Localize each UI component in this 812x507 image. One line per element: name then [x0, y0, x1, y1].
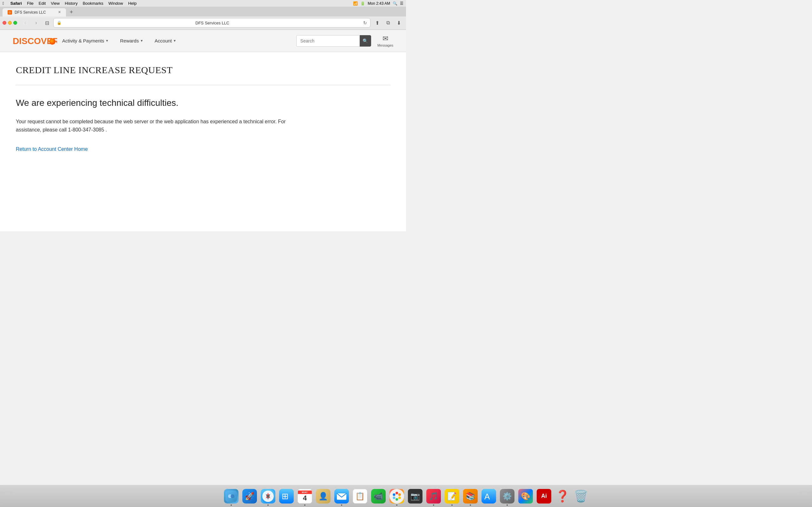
menu-bookmarks[interactable]: Bookmarks: [83, 1, 103, 6]
menubar-time: Mon 2:43 AM: [368, 1, 390, 6]
app-name[interactable]: Safari: [10, 1, 22, 6]
website-content: DISCOVER Activity & Payments ▼ Rewards ▼: [0, 30, 406, 231]
discover-logo-svg: DISCOVER: [13, 35, 57, 47]
sidebar-toggle-button[interactable]: ⊟: [43, 18, 51, 27]
search-input[interactable]: [296, 35, 360, 47]
menubar-search-icon[interactable]: 🔍: [393, 1, 397, 6]
address-bar[interactable]: 🔒 DFS Services LLC ↻: [53, 18, 370, 27]
menu-view[interactable]: View: [51, 1, 60, 6]
messages-label: Messages: [377, 43, 393, 47]
menubar-battery-icon[interactable]: 🔋: [360, 1, 365, 6]
menu-edit[interactable]: Edit: [39, 1, 46, 6]
return-home-link[interactable]: Return to Account Center Home: [16, 147, 88, 152]
maximize-button[interactable]: [13, 21, 17, 25]
menubar:  Safari File Edit View History Bookmark…: [0, 0, 406, 7]
forward-button[interactable]: ›: [32, 18, 41, 27]
menu-file[interactable]: File: [27, 1, 34, 6]
close-button[interactable]: [3, 21, 6, 25]
activity-payments-nav[interactable]: Activity & Payments ▼: [57, 36, 113, 46]
section-divider: [16, 85, 390, 85]
search-submit-button[interactable]: 🔍: [360, 35, 371, 47]
browser-chrome: D DFS Services LLC ✕ + ‹ › ⊟ 🔒 DFS Servi…: [0, 7, 406, 30]
activity-payments-label: Activity & Payments: [62, 38, 104, 43]
messages-nav[interactable]: ✉ Messages: [377, 35, 393, 47]
downloads-button[interactable]: ⬇: [394, 18, 403, 27]
tab-title: DFS Services LLC: [14, 10, 46, 14]
menubar-wifi-icon[interactable]: 📶: [353, 1, 358, 6]
nav-links: Activity & Payments ▼ Rewards ▼ Account …: [57, 36, 296, 46]
menu-help[interactable]: Help: [128, 1, 137, 6]
active-tab[interactable]: D DFS Services LLC ✕: [3, 8, 66, 16]
back-button[interactable]: ‹: [21, 18, 30, 27]
menu-window[interactable]: Window: [108, 1, 123, 6]
apple-menu[interactable]: : [3, 1, 4, 6]
page-title: CREDIT LINE INCREASE REQUEST: [16, 65, 390, 75]
minimize-button[interactable]: [8, 21, 12, 25]
main-content: CREDIT LINE INCREASE REQUEST We are expe…: [0, 52, 406, 165]
menubar-notification-icon[interactable]: ☰: [400, 1, 403, 6]
rewards-label: Rewards: [120, 38, 139, 43]
discover-logo[interactable]: DISCOVER: [13, 35, 57, 47]
new-tab-button[interactable]: +: [67, 8, 75, 16]
rewards-chevron-icon: ▼: [140, 39, 143, 43]
svg-point-1: [49, 38, 55, 45]
account-label: Account: [155, 38, 172, 43]
toolbar-actions: ⬆ ⧉ ⬇: [372, 18, 403, 27]
account-chevron-icon: ▼: [173, 39, 176, 43]
browser-toolbar: ‹ › ⊟ 🔒 DFS Services LLC ↻ ⬆ ⧉ ⬇: [0, 16, 406, 30]
discover-navbar: DISCOVER Activity & Payments ▼ Rewards ▼: [0, 30, 406, 52]
messages-icon: ✉: [383, 35, 388, 43]
error-heading: We are experiencing technical difficulti…: [16, 98, 390, 108]
rewards-nav[interactable]: Rewards ▼: [115, 36, 148, 46]
search-container: 🔍: [296, 35, 371, 47]
error-body-text: Your request cannot be completed because…: [16, 118, 301, 134]
tab-favicon: D: [8, 10, 12, 14]
account-nav[interactable]: Account ▼: [150, 36, 182, 46]
tab-close-button[interactable]: ✕: [58, 10, 61, 14]
url-text: DFS Services LLC: [63, 20, 361, 25]
activity-chevron-icon: ▼: [106, 39, 109, 43]
ssl-lock-icon: 🔒: [57, 20, 61, 25]
menu-history[interactable]: History: [65, 1, 78, 6]
traffic-lights: [3, 21, 17, 25]
tab-view-button[interactable]: ⧉: [383, 18, 393, 27]
tab-bar: D DFS Services LLC ✕ +: [0, 7, 406, 16]
share-button[interactable]: ⬆: [372, 18, 382, 27]
reload-button[interactable]: ↻: [363, 20, 367, 25]
